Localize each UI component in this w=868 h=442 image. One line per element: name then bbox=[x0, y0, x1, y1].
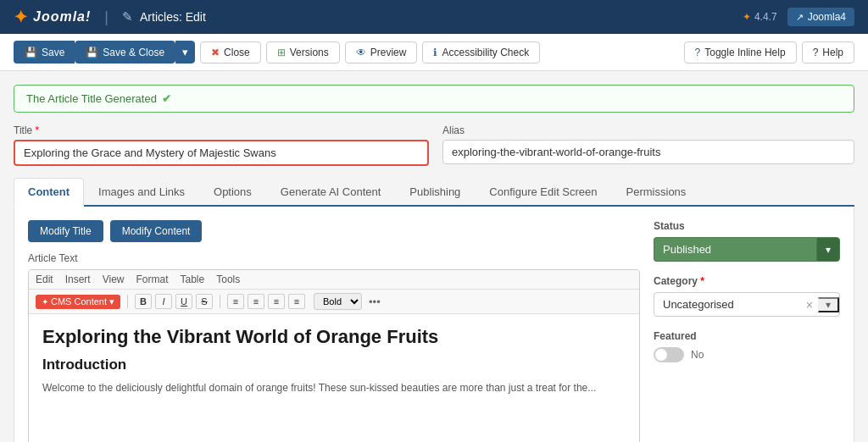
toggle-inline-help-button[interactable]: ? Toggle Inline Help bbox=[684, 41, 797, 64]
alias-field-group: Alias bbox=[442, 124, 854, 166]
title-field-group: Title * bbox=[14, 124, 429, 166]
featured-toggle[interactable] bbox=[654, 347, 684, 362]
menu-tools[interactable]: Tools bbox=[216, 273, 240, 285]
toggle-inline-label: Toggle Inline Help bbox=[704, 47, 785, 58]
save-button[interactable]: 💾 Save bbox=[14, 41, 75, 64]
content-heading-1: Exploring the Vibrant World of Orange Fr… bbox=[42, 326, 626, 348]
save-close-icon: 💾 bbox=[86, 47, 98, 58]
nav-left: ✦ Joomla! | ✎ Articles: Edit bbox=[14, 7, 206, 27]
joomla-x-icon: ✦ bbox=[743, 11, 751, 23]
underline-button[interactable]: U bbox=[175, 294, 192, 309]
save-icon: 💾 bbox=[25, 47, 37, 58]
tab-publishing[interactable]: Publishing bbox=[395, 178, 475, 207]
category-required: * bbox=[700, 275, 704, 287]
status-section: Status Published ▾ bbox=[654, 220, 840, 262]
toolbar-separator-2 bbox=[220, 295, 220, 308]
tab-images-links[interactable]: Images and Links bbox=[84, 178, 199, 207]
preview-label: Preview bbox=[370, 47, 407, 58]
align-justify-button[interactable]: ≡ bbox=[288, 294, 305, 309]
close-button[interactable]: ✖ Close bbox=[200, 41, 261, 64]
help-icon: ? bbox=[813, 47, 819, 58]
main-toolbar: 💾 Save 💾 Save & Close ▾ ✖ Close ⊞ Versio… bbox=[0, 34, 868, 71]
versions-icon: ⊞ bbox=[277, 47, 286, 58]
modify-content-button[interactable]: Modify Content bbox=[110, 220, 203, 242]
italic-button[interactable]: I bbox=[155, 294, 172, 309]
article-text-label: Article Text bbox=[28, 252, 640, 264]
versions-button[interactable]: ⊞ Versions bbox=[266, 41, 340, 64]
save-btn-group: 💾 Save 💾 Save & Close ▾ bbox=[14, 41, 195, 64]
toolbar-right: ? Toggle Inline Help ? Help bbox=[684, 41, 854, 64]
ai-title-text: The Article Title Generated bbox=[26, 92, 157, 105]
menu-insert[interactable]: Insert bbox=[65, 273, 91, 285]
toggle-knob bbox=[655, 349, 667, 361]
save-close-label: Save & Close bbox=[103, 47, 164, 58]
modify-title-button[interactable]: Modify Title bbox=[28, 220, 103, 242]
more-options-icon[interactable]: ••• bbox=[369, 296, 381, 308]
tab-options[interactable]: Options bbox=[199, 178, 266, 207]
page-title-text: Articles: Edit bbox=[140, 10, 206, 24]
close-label: Close bbox=[224, 47, 250, 58]
editor-actions: Modify Title Modify Content bbox=[28, 220, 640, 242]
status-select[interactable]: Published bbox=[654, 237, 816, 262]
menu-table[interactable]: Table bbox=[181, 273, 205, 285]
category-label: Category * bbox=[654, 275, 840, 287]
joomla-logo-text: Joomla! bbox=[33, 9, 91, 25]
title-required: * bbox=[36, 124, 40, 136]
category-dropdown-arrow[interactable]: ▾ bbox=[818, 297, 839, 312]
editor-body[interactable]: Exploring the Vibrant World of Orange Fr… bbox=[29, 314, 639, 442]
toggle-help-icon: ? bbox=[695, 47, 701, 58]
category-clear-button[interactable]: × bbox=[801, 298, 818, 312]
cms-content-button[interactable]: ✦ CMS Content ▾ bbox=[36, 295, 120, 309]
category-select[interactable]: Uncategorised bbox=[654, 293, 801, 316]
category-section: Category * Uncategorised × ▾ bbox=[654, 275, 840, 317]
save-close-button[interactable]: 💾 Save & Close bbox=[75, 41, 175, 64]
status-label: Status bbox=[654, 220, 840, 232]
cms-btn-label: CMS Content bbox=[51, 296, 107, 307]
status-select-group: Published ▾ bbox=[654, 237, 840, 262]
category-select-group: Uncategorised × ▾ bbox=[654, 292, 840, 317]
toolbar-separator-1 bbox=[127, 295, 128, 308]
accessibility-label: Accessibility Check bbox=[442, 47, 529, 58]
format-select[interactable]: Bold bbox=[314, 293, 362, 310]
editor-toolbar: ✦ CMS Content ▾ B I U S ≡ ≡ ≡ ≡ Bold bbox=[29, 290, 639, 314]
editor-menubar: Edit Insert View Format Table Tools bbox=[29, 270, 639, 290]
save-dropdown-arrow[interactable]: ▾ bbox=[175, 41, 195, 64]
title-label: Title * bbox=[14, 124, 429, 136]
menu-edit[interactable]: Edit bbox=[36, 273, 53, 285]
form-row: Title * Alias bbox=[14, 124, 854, 166]
joomla4-user-button[interactable]: ↗ Joomla4 bbox=[787, 8, 854, 26]
main-content: The Article Title Generated ✔ Title * Al… bbox=[0, 71, 868, 442]
alias-input[interactable] bbox=[442, 140, 854, 164]
menu-format[interactable]: Format bbox=[136, 273, 169, 285]
menu-view[interactable]: View bbox=[103, 273, 125, 285]
external-icon: ↗ bbox=[796, 12, 804, 23]
preview-button[interactable]: 👁 Preview bbox=[345, 41, 418, 64]
editor-section: Modify Title Modify Content Article Text… bbox=[28, 220, 640, 442]
align-center-button[interactable]: ≡ bbox=[248, 294, 264, 309]
strikethrough-button[interactable]: S bbox=[196, 294, 213, 309]
content-heading-2: Introduction bbox=[42, 356, 626, 373]
align-right-button[interactable]: ≡ bbox=[268, 294, 285, 309]
tab-configure-edit[interactable]: Configure Edit Screen bbox=[475, 178, 611, 207]
version-badge: ✦ 4.4.7 bbox=[743, 11, 777, 23]
joomla-star-icon: ✦ bbox=[14, 7, 28, 27]
status-dropdown-arrow[interactable]: ▾ bbox=[816, 237, 840, 262]
bold-button[interactable]: B bbox=[135, 294, 152, 309]
title-input[interactable] bbox=[14, 140, 429, 166]
tab-generate-ai[interactable]: Generate AI Content bbox=[266, 178, 396, 207]
tab-permissions[interactable]: Permissions bbox=[612, 178, 701, 207]
eye-icon: 👁 bbox=[356, 47, 366, 58]
user-btn-label: Joomla4 bbox=[808, 11, 846, 23]
featured-label: Featured bbox=[654, 330, 840, 342]
close-icon: ✖ bbox=[211, 47, 220, 58]
editor-wrapper: Edit Insert View Format Table Tools ✦ CM… bbox=[28, 269, 640, 442]
tab-content[interactable]: Content bbox=[14, 178, 84, 207]
save-label: Save bbox=[42, 47, 64, 58]
content-tabs: Content Images and Links Options Generat… bbox=[14, 178, 854, 207]
align-left-button[interactable]: ≡ bbox=[227, 294, 244, 309]
accessibility-button[interactable]: ℹ Accessibility Check bbox=[422, 41, 540, 64]
nav-right: ✦ 4.4.7 ↗ Joomla4 bbox=[743, 8, 854, 26]
joomla-logo: ✦ Joomla! bbox=[14, 7, 91, 27]
help-button[interactable]: ? Help bbox=[802, 41, 854, 64]
versions-label: Versions bbox=[290, 47, 329, 58]
